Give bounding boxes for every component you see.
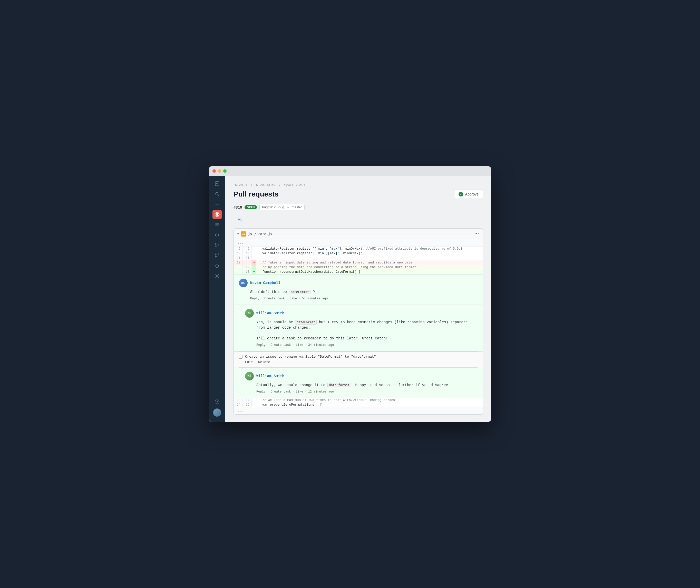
close-button[interactable] — [212, 169, 216, 173]
comment-3-like[interactable]: Like — [296, 390, 303, 394]
task-label: Create an issue to rename variable "Date… — [245, 355, 376, 359]
pr-tab-bar: Mc — [234, 215, 483, 224]
comment-3-reply[interactable]: Reply — [256, 390, 266, 394]
branch-arrow: → — [286, 205, 290, 209]
svg-point-19 — [215, 256, 216, 257]
comment-1-inline-code: dateFormat — [289, 290, 310, 294]
pr-branch-info: bugfix/123-bug → master — [259, 204, 305, 210]
source-branch: bugfix/123-bug — [262, 205, 284, 209]
comment-1-like[interactable]: Like — [290, 297, 297, 300]
svg-line-4 — [218, 195, 219, 196]
comment-1: KC Kevin Campbell Shouldn't this be date… — [234, 275, 483, 305]
comment-2-author: William Smith — [256, 311, 284, 315]
sidebar-item-settings[interactable] — [212, 271, 222, 281]
sidebar-item-search[interactable] — [212, 189, 222, 199]
comment-3-timestamp: 12 minutes ago — [308, 390, 334, 394]
approve-icon: ✓ — [459, 192, 463, 197]
diff-line-12-removed: 12 - // Takes an input date string and r… — [234, 260, 483, 265]
diff-line-11: 11 11 — [234, 256, 483, 260]
pr-status-badge: OPEN — [245, 205, 257, 209]
svg-text:?: ? — [216, 400, 218, 404]
sidebar-item-deploy[interactable] — [212, 261, 222, 270]
target-branch: master — [292, 205, 302, 209]
page-title: Pull requests — [234, 190, 279, 198]
app-window: ? Nucleus / Nucleus-Dev / SpaceEZ Plus P… — [209, 166, 491, 422]
task-edit-actions: Edit · Delete — [245, 360, 478, 364]
comment-3-header: WS William Smith — [245, 372, 478, 380]
sidebar-item-add[interactable] — [212, 200, 222, 209]
comment-3-inline-code: date_format — [327, 383, 351, 387]
sidebar-item-repository[interactable] — [212, 179, 222, 188]
comment-1-reply[interactable]: Reply — [250, 297, 259, 300]
avatar-william-smith-2: WS — [245, 372, 254, 380]
svg-point-24 — [216, 275, 218, 277]
more-options-button[interactable]: ··· — [474, 231, 479, 237]
avatar-kevin-campbell: KC — [239, 279, 248, 287]
comment-2-reply[interactable]: Reply — [256, 343, 266, 347]
comment-2-timestamp: 34 minutes ago — [308, 343, 334, 347]
avatar-william-smith-1: WS — [245, 309, 254, 318]
sidebar-item-git[interactable] — [212, 241, 222, 250]
breadcrumb: Nucleus / Nucleus-Dev / SpaceEZ Plus — [234, 183, 483, 187]
comment-2: WS William Smith Yes, it should be dateF… — [234, 305, 483, 351]
comment-3: WS William Smith Actually, we should cha… — [234, 368, 483, 398]
svg-point-15 — [215, 246, 216, 247]
comment-3-text: Actually, we should change it to date_fo… — [256, 383, 478, 388]
file-header: ▾ JS js / core.js ··· — [234, 229, 483, 239]
diff-ellipsis-bottom: ... — [234, 407, 483, 414]
svg-point-18 — [215, 254, 216, 255]
diff-line-9: 9 9 validatorRegister.register(['min', '… — [234, 247, 483, 251]
sidebar: ? — [209, 176, 225, 422]
comment-1-timestamp: 53 minutes ago — [302, 297, 328, 300]
svg-point-20 — [218, 254, 219, 255]
sidebar-item-code[interactable] — [212, 230, 222, 240]
main-content: Nucleus / Nucleus-Dev / SpaceEZ Plus Pul… — [225, 176, 491, 422]
svg-rect-2 — [216, 183, 218, 184]
collapse-button[interactable]: ▾ — [237, 232, 239, 236]
page-header: Pull requests ✓ Approve — [234, 190, 483, 199]
comment-1-author: Kevin Campbell — [250, 281, 280, 285]
task-block: Create an issue to rename variable "Date… — [234, 351, 483, 367]
diff-ellipsis-top: ... — [234, 239, 483, 247]
comment-1-text: Shouldn't this be dateFormat ? — [250, 289, 478, 295]
comment-2-create-task[interactable]: Create task — [270, 343, 291, 347]
diff-line-13-added: 13 + function reconstructDateMatches(dat… — [234, 270, 483, 274]
app-layout: ? Nucleus / Nucleus-Dev / SpaceEZ Plus P… — [209, 176, 491, 422]
titlebar — [209, 166, 491, 176]
pr-number: #310 — [234, 205, 242, 209]
tab-mc[interactable]: Mc — [234, 215, 247, 224]
comment-3-author: William Smith — [256, 374, 284, 378]
maximize-button[interactable] — [223, 169, 227, 173]
sidebar-item-list[interactable] — [212, 220, 222, 229]
task-delete-button[interactable]: Delete — [258, 360, 270, 364]
comment-2-text: Yes, it should be dateFormat but I try t… — [256, 320, 478, 341]
task-edit-button[interactable]: Edit — [245, 360, 253, 364]
comment-1-actions: Reply · Create task · Like · 53 minutes … — [250, 297, 478, 300]
sidebar-item-pullrequest[interactable] — [212, 251, 222, 260]
comment-1-create-task[interactable]: Create task — [264, 297, 285, 300]
comment-2-like[interactable]: Like — [296, 343, 303, 347]
diff-body: ... 9 9 validatorRegister.register(['min… — [234, 239, 483, 414]
diff-line-14-15: 14 15 var prependZeroPermutations = [ — [234, 403, 483, 407]
file-type-icon: JS — [241, 231, 246, 237]
diff-line-12-added: 12 + // by parsing the date and converti… — [234, 265, 483, 270]
comment-3-actions: Reply · Create task · Like · 12 minutes … — [256, 390, 478, 394]
svg-rect-1 — [216, 183, 218, 183]
minimize-button[interactable] — [218, 169, 221, 173]
file-path: js / core.js — [248, 232, 272, 236]
comment-3-create-task[interactable]: Create task — [270, 390, 291, 394]
file-header-left: ▾ JS js / core.js — [237, 231, 272, 237]
sidebar-item-react[interactable] — [212, 210, 222, 219]
diff-line-13-14: 13 14 // We loop a maximum of two times … — [234, 398, 483, 403]
task-checkbox[interactable] — [239, 355, 242, 359]
svg-point-16 — [218, 244, 219, 245]
sidebar-item-help[interactable]: ? — [212, 397, 222, 406]
approve-button[interactable]: ✓ Approve — [454, 190, 483, 199]
file-diff-container: ▾ JS js / core.js ··· ... 9 9 — [234, 228, 483, 415]
user-avatar[interactable] — [213, 408, 221, 417]
comment-1-header: KC Kevin Campbell — [239, 279, 478, 287]
task-row: Create an issue to rename variable "Date… — [239, 355, 478, 359]
comment-2-actions: Reply · Create task · Like · 34 minutes … — [256, 343, 478, 347]
pr-meta: #310 OPEN bugfix/123-bug → master — [234, 204, 483, 210]
comment-2-header: WS William Smith — [245, 309, 478, 318]
